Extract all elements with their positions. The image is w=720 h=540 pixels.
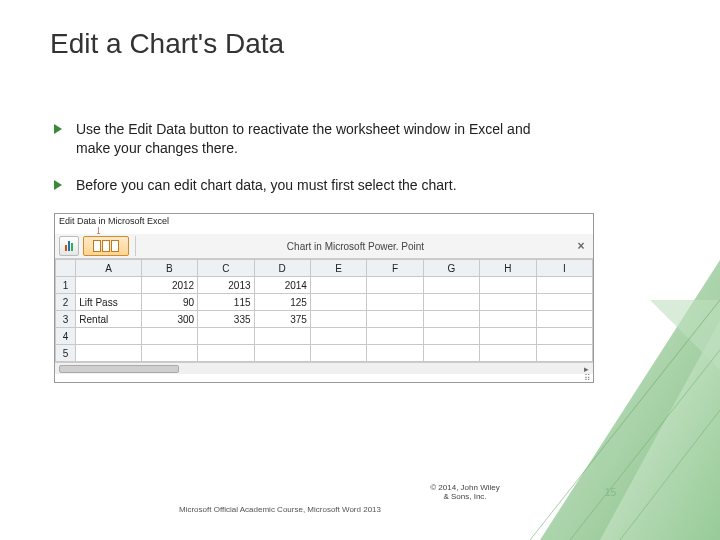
table-row: 5 [56, 345, 593, 362]
row-header: 4 [56, 328, 76, 345]
cell [198, 345, 254, 362]
grid-body: 1 2012 2013 2014 2 Lift Pass 90 115 [56, 277, 593, 362]
cell: 2012 [141, 277, 197, 294]
mini-toolbar: Chart in Microsoft Power. Point × [55, 234, 593, 259]
cell: 2014 [254, 277, 310, 294]
table-row: 4 [56, 328, 593, 345]
cell [536, 345, 592, 362]
horizontal-scrollbar: ▸ [55, 362, 593, 374]
col-header: G [423, 260, 479, 277]
cell [198, 328, 254, 345]
cell [310, 294, 366, 311]
slide-title: Edit a Chart's Data [50, 28, 670, 60]
col-header: H [480, 260, 536, 277]
cell [367, 328, 423, 345]
table-row: 3 Rental 300 335 375 [56, 311, 593, 328]
cell [423, 328, 479, 345]
bullet-item: Before you can edit chart data, you must… [54, 176, 534, 195]
scroll-right-icon: ▸ [581, 364, 591, 374]
cell [254, 328, 310, 345]
cell: 335 [198, 311, 254, 328]
cell: 375 [254, 311, 310, 328]
row-header: 5 [56, 345, 76, 362]
embedded-excel-screenshot: Edit Data in Microsoft Excel ↓ Chart in … [54, 213, 594, 383]
cell: Rental [76, 311, 141, 328]
cell [536, 294, 592, 311]
cell: 115 [198, 294, 254, 311]
arrow-indicator-icon: ↓ [55, 226, 593, 234]
cell [480, 328, 536, 345]
cell [536, 277, 592, 294]
ribbon-label: Edit Data in Microsoft Excel [55, 214, 593, 226]
window-title: Chart in Microsoft Power. Point [142, 241, 569, 252]
cell [367, 311, 423, 328]
cell [254, 345, 310, 362]
resize-grip-icon: ⠿ [55, 374, 593, 382]
cell [310, 345, 366, 362]
row-header: 1 [56, 277, 76, 294]
cell: 125 [254, 294, 310, 311]
cell [480, 311, 536, 328]
scrollbar-thumb [59, 365, 179, 373]
cell [367, 277, 423, 294]
cell [76, 277, 141, 294]
cell [423, 277, 479, 294]
bullet-item: Use the Edit Data button to reactivate t… [54, 120, 534, 158]
select-all-corner [56, 260, 76, 277]
cell [423, 311, 479, 328]
switch-row-column-icon [83, 236, 129, 256]
chart-icon [59, 236, 79, 256]
close-icon: × [573, 238, 589, 254]
cell [423, 294, 479, 311]
col-header: E [310, 260, 366, 277]
col-header: F [367, 260, 423, 277]
copyright-text: © 2014, John Wiley & Sons, Inc. [430, 484, 500, 502]
col-header: B [141, 260, 197, 277]
cell [310, 277, 366, 294]
cell [76, 328, 141, 345]
svg-marker-1 [600, 320, 720, 540]
cell [310, 311, 366, 328]
col-header: C [198, 260, 254, 277]
cell: Lift Pass [76, 294, 141, 311]
cell [480, 277, 536, 294]
cell [423, 345, 479, 362]
cell [141, 345, 197, 362]
table-row: 1 2012 2013 2014 [56, 277, 593, 294]
cell [367, 294, 423, 311]
col-header: D [254, 260, 310, 277]
course-footer: Microsoft Official Academic Course, Micr… [0, 505, 560, 514]
col-header: A [76, 260, 141, 277]
cell [141, 328, 197, 345]
cell [536, 311, 592, 328]
col-header: I [536, 260, 592, 277]
cell [76, 345, 141, 362]
svg-line-5 [620, 410, 720, 540]
row-header: 3 [56, 311, 76, 328]
page-number: 15 [605, 487, 616, 498]
cell: 90 [141, 294, 197, 311]
cell: 2013 [198, 277, 254, 294]
cell [480, 294, 536, 311]
toolbar-separator [135, 236, 136, 256]
svg-marker-2 [650, 300, 720, 370]
cell [310, 328, 366, 345]
table-row: 2 Lift Pass 90 115 125 [56, 294, 593, 311]
cell [536, 328, 592, 345]
cell [480, 345, 536, 362]
row-header: 2 [56, 294, 76, 311]
spreadsheet-grid: A B C D E F G H I 1 2012 2013 2014 [55, 259, 593, 362]
bullet-list: Use the Edit Data button to reactivate t… [50, 120, 670, 195]
cell: 300 [141, 311, 197, 328]
cell [367, 345, 423, 362]
